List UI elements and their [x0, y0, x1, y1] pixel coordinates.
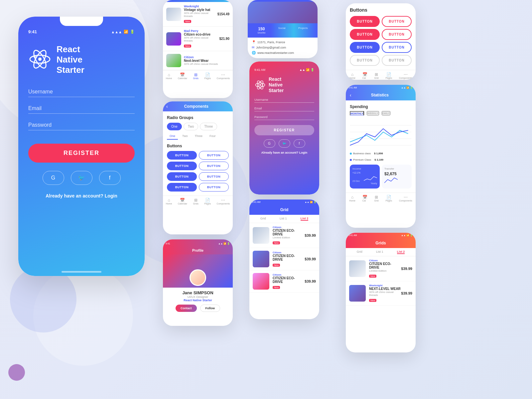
- shop-item-1[interactable]: Weeknight Vintage style hat 30% off chin…: [163, 2, 233, 27]
- reg-twitter-btn[interactable]: 🐦: [279, 139, 290, 148]
- components-bottom-nav: ⌂Home 📅Calendar ⊞Grids 📄Pages ⋯Component…: [163, 196, 233, 207]
- radio-three-filled[interactable]: Three: [200, 123, 217, 130]
- btn-1[interactable]: BUTTON: [167, 151, 197, 160]
- facebook-button[interactable]: f: [99, 171, 121, 185]
- shop-item-3[interactable]: Citizen Next-level Wear 30% off chino ca…: [163, 51, 233, 70]
- nav-pages[interactable]: 📄Pages: [204, 72, 211, 79]
- shop-item-2[interactable]: Mad Perry Citizen eco-drive 30% off chin…: [163, 27, 233, 51]
- username-field[interactable]: Username: [28, 89, 135, 97]
- panel-btn-5[interactable]: BUTTON: [350, 42, 380, 53]
- grid-tab-list1[interactable]: List 1: [280, 217, 287, 221]
- panel-nav-pages[interactable]: 📄Pages: [385, 72, 392, 79]
- grid-price-1: $39.99: [305, 233, 316, 237]
- panel-btn-3[interactable]: BUTTON: [350, 29, 380, 40]
- register-button[interactable]: REGISTER: [28, 144, 135, 163]
- grids-tab-grid[interactable]: Grid: [357, 250, 362, 254]
- twitter-button[interactable]: 🐦: [71, 171, 92, 185]
- panel-btn-2[interactable]: BUTTON: [382, 16, 412, 27]
- nav-components[interactable]: ⋯Components: [217, 72, 230, 79]
- app-logo-text: ReactNativeStarter: [57, 44, 84, 75]
- panel-nav-components[interactable]: ⋯Components: [399, 72, 412, 79]
- profile-large-role: UI/UX Designer: [166, 295, 229, 299]
- reg-password-field[interactable]: Password: [254, 115, 314, 120]
- radio-tab-two[interactable]: Two: [180, 133, 191, 140]
- email-icon: ✉: [252, 46, 254, 49]
- panel-btn-1[interactable]: BUTTON: [350, 16, 380, 27]
- grid-sub-1: Limited Edition: [273, 236, 305, 239]
- purple-circle-decoration: [8, 364, 25, 381]
- btn-6[interactable]: BUTTON: [199, 172, 229, 181]
- contact-button[interactable]: Contact: [176, 305, 197, 312]
- grid-tab-grid[interactable]: Grid: [260, 217, 266, 221]
- period-weekly[interactable]: WEEKLY: [367, 111, 379, 115]
- grids-item-2[interactable]: Weeknight NEXT-LEVEL WEAR 30% off chino …: [346, 281, 416, 306]
- password-field[interactable]: Password: [28, 122, 135, 130]
- btn-4[interactable]: BUTTON: [199, 162, 229, 170]
- stats-nav-calendar[interactable]: 📅Cal: [362, 195, 367, 202]
- grid-price-2: $39.99: [305, 257, 316, 261]
- stats-nav-grids[interactable]: ⊞Grid: [374, 195, 378, 202]
- legend-label-premium: Premium Class: [353, 158, 371, 161]
- grid-tab-list2[interactable]: List 2: [301, 217, 309, 221]
- grid-item-3[interactable]: Citizen CITIZEN ECO-DRIVE New $39.99: [249, 270, 319, 293]
- btn-5[interactable]: BUTTON: [167, 172, 197, 181]
- nav-home[interactable]: ⌂Home: [166, 72, 172, 79]
- comp-nav-components[interactable]: ⋯Components: [217, 198, 230, 205]
- radio-tab-four[interactable]: Four: [207, 133, 218, 140]
- reg-username-field[interactable]: Username: [254, 98, 314, 103]
- radio-one-filled[interactable]: One: [167, 123, 182, 130]
- grid-item-2[interactable]: Citizen CITIZEN ECO-DRIVE New $39.99: [249, 248, 319, 270]
- stats-back-icon[interactable]: ‹: [350, 92, 351, 98]
- grids-tab-list2[interactable]: List 2: [397, 250, 405, 254]
- period-monthly[interactable]: MONTHLY: [350, 111, 364, 115]
- comp-nav-pages[interactable]: 📄Pages: [204, 198, 211, 205]
- panel-nav-grids[interactable]: ⊞Grid: [374, 72, 378, 79]
- stats-nav-home[interactable]: ⌂Home: [349, 195, 355, 202]
- btn-2[interactable]: BUTTON: [199, 151, 229, 160]
- btn-3[interactable]: BUTTON: [167, 162, 197, 170]
- reg-email-field[interactable]: Email: [254, 107, 314, 111]
- follow-button[interactable]: Follow: [200, 305, 220, 312]
- income-card: Income +12.1% 23 Dec Yearly: [350, 165, 380, 189]
- grids-img-2: [349, 285, 366, 302]
- login-link-text[interactable]: Login: [105, 193, 117, 199]
- panel-nav-home[interactable]: ⌂Home: [349, 72, 355, 79]
- grids-tab-list1[interactable]: List 1: [376, 250, 383, 254]
- email-field[interactable]: Email: [28, 105, 135, 114]
- btn-7[interactable]: BUTTON: [167, 183, 197, 192]
- radio-two-filled[interactable]: Two: [184, 123, 198, 130]
- comp-nav-grids[interactable]: ⊞Grids: [193, 198, 199, 205]
- panel-btn-7[interactable]: BUTTON: [350, 55, 380, 66]
- comp-nav-home[interactable]: ⌂Home: [166, 198, 172, 205]
- shop-bottom-nav: ⌂Home 📅Calendar ⊞Grids 📄Pages ⋯Component…: [163, 70, 233, 81]
- grids-item-1[interactable]: Citizen CITIZEN ECO-DRIVE Limited Editio…: [346, 256, 416, 281]
- panel-btn-4[interactable]: BUTTON: [382, 29, 412, 40]
- comp-nav-calendar[interactable]: 📅Calendar: [178, 198, 187, 205]
- grid-item-1[interactable]: Citizen CITIZEN ECO-DRIVE Limited Editio…: [249, 223, 319, 248]
- legend-value-business: $ 1,898: [374, 152, 383, 155]
- income-date: 23 Dec: [352, 180, 360, 182]
- grid-tabs: Grid List 1 List 2: [249, 215, 319, 223]
- reg-logo-area: ReactNativeStarter: [254, 76, 314, 93]
- period-daily[interactable]: DAILY: [382, 111, 391, 115]
- google-button[interactable]: G: [43, 171, 64, 185]
- stats-nav-pages[interactable]: 📄Pages: [385, 195, 392, 202]
- radio-tab-three[interactable]: Three: [192, 133, 205, 140]
- nav-grids[interactable]: ⊞Grids: [193, 72, 199, 79]
- grid-info-2: Citizen CITIZEN ECO-DRIVE New: [273, 251, 305, 267]
- stats-status-bar: 9:41 AM ▲▲ 📶 🔋: [346, 85, 416, 90]
- panel-btn-8[interactable]: BUTTON: [382, 55, 412, 66]
- panel-btn-6[interactable]: BUTTON: [382, 42, 412, 53]
- reg-login-text[interactable]: Login: [299, 151, 308, 154]
- btn-8[interactable]: BUTTON: [199, 183, 229, 192]
- reg-google-btn[interactable]: G: [264, 139, 275, 148]
- radio-tab-one[interactable]: One: [167, 133, 178, 140]
- grids-name-2: NEXT-LEVEL WEAR: [369, 287, 401, 291]
- nav-calendar[interactable]: 📅Calendar: [178, 72, 187, 79]
- reg-login-link: Already have an account? Login: [254, 151, 314, 154]
- stats-nav-components[interactable]: ⋯Components: [399, 195, 412, 202]
- panel-nav-calendar[interactable]: 📅Cal: [362, 72, 367, 79]
- reg-facebook-btn[interactable]: f: [294, 139, 305, 148]
- reg-register-button[interactable]: REGISTER: [254, 125, 314, 135]
- components-back-icon[interactable]: ‹: [166, 104, 168, 109]
